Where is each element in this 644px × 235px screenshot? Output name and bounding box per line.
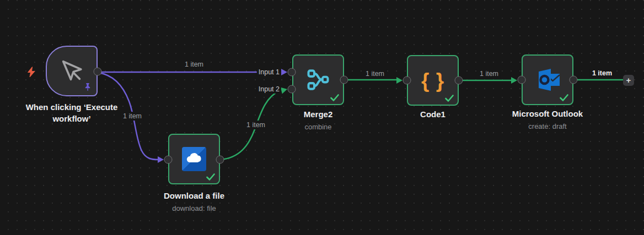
success-check-icon [445, 95, 454, 102]
merge-input1-label: Input 1 [257, 68, 281, 76]
node-code1[interactable]: { } [407, 55, 459, 106]
code-input-port[interactable] [403, 76, 411, 85]
workflow-canvas[interactable]: 1 item 1 item 1 item 1 item 1 item 1 ite… [0, 0, 644, 235]
merge-input2-port[interactable] [288, 85, 296, 94]
arrowhead-merge-input1 [281, 69, 287, 75]
node-name: Microsoft Outlook [492, 108, 603, 119]
edge-label-items-highlighted: 1 item [590, 69, 614, 78]
outlook-input-port[interactable] [518, 76, 526, 84]
code-braces-icon: { } [421, 70, 444, 91]
node-manual-trigger[interactable] [46, 46, 98, 96]
node-subtitle: create: draft [492, 122, 603, 130]
arrowhead-merge-input2 [281, 86, 288, 94]
node-name: When clicking ‘Execute workflow’ [14, 101, 130, 124]
node-subtitle: download: file [139, 204, 249, 212]
edge-label-items: 1 item [183, 60, 206, 69]
node-caption-outlook: Microsoft Outlook create: draft [492, 108, 603, 130]
arrowhead-outlook-input [511, 77, 517, 84]
edge-label-items: 1 item [477, 69, 501, 78]
node-caption-merge: Merge2 combine [263, 108, 373, 131]
success-check-icon [330, 94, 339, 101]
node-caption-code: Code1 [378, 108, 488, 120]
download-output-port[interactable] [216, 156, 224, 164]
success-check-icon [560, 94, 568, 101]
code-output-port[interactable] [455, 76, 463, 85]
node-name: Download a file [139, 190, 249, 201]
arrowhead-download-input [158, 156, 164, 163]
node-merge2[interactable] [292, 54, 344, 105]
merge-branches-icon [307, 68, 330, 92]
node-caption-download: Download a file download: file [139, 190, 249, 212]
arrowhead-code-input [396, 77, 402, 84]
edge-label-items: 1 item [363, 69, 387, 78]
pin-icon [84, 83, 92, 91]
node-name: Code1 [378, 108, 488, 120]
add-node-button[interactable]: + [623, 75, 634, 86]
outlook-icon [534, 67, 561, 92]
mouse-pointer-icon [59, 58, 84, 84]
merge-output-port[interactable] [340, 76, 348, 84]
node-download-a-file[interactable] [168, 134, 220, 184]
node-name: Merge2 [263, 108, 373, 120]
node-caption-trigger: When clicking ‘Execute workflow’ [14, 101, 130, 124]
lightning-bolt-icon [27, 67, 36, 78]
node-microsoft-outlook[interactable] [522, 54, 573, 105]
merge-input1-port[interactable] [288, 68, 296, 76]
success-check-icon [206, 173, 215, 181]
download-input-port[interactable] [164, 156, 173, 164]
trigger-output-port[interactable] [94, 68, 102, 76]
merge-input2-label: Input 2 [257, 85, 281, 94]
onedrive-icon [182, 147, 206, 171]
outlook-output-port[interactable] [570, 76, 578, 84]
node-subtitle: combine [263, 123, 373, 131]
